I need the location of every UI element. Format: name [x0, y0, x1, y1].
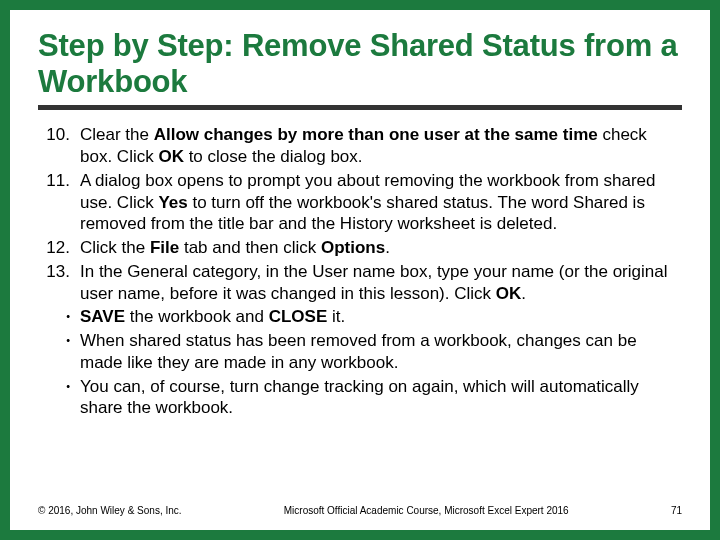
item-number: 12. [38, 237, 80, 259]
slide-inner: Step by Step: Remove Shared Status from … [10, 10, 710, 530]
item-number: 13. [38, 261, 80, 305]
item-number: 10. [38, 124, 80, 168]
list-item: •When shared status has been removed fro… [38, 330, 682, 374]
item-number: 11. [38, 170, 80, 235]
list-item: 12.Click the File tab and then click Opt… [38, 237, 682, 259]
footer-page-number: 71 [671, 505, 682, 516]
list-item: 13.In the General category, in the User … [38, 261, 682, 305]
item-text: Clear the Allow changes by more than one… [80, 124, 682, 168]
list-item: 11.A dialog box opens to prompt you abou… [38, 170, 682, 235]
bullet-icon: • [38, 330, 80, 374]
footer-copyright: © 2016, John Wiley & Sons, Inc. [38, 505, 182, 516]
item-text: Click the File tab and then click Option… [80, 237, 682, 259]
page-title: Step by Step: Remove Shared Status from … [38, 28, 682, 110]
footer-course: Microsoft Official Academic Course, Micr… [182, 505, 671, 516]
bullet-icon: • [38, 306, 80, 328]
item-text: SAVE the workbook and CLOSE it. [80, 306, 682, 328]
footer: © 2016, John Wiley & Sons, Inc. Microsof… [38, 505, 682, 516]
item-text: In the General category, in the User nam… [80, 261, 682, 305]
slide-frame: Step by Step: Remove Shared Status from … [0, 0, 720, 540]
item-text: A dialog box opens to prompt you about r… [80, 170, 682, 235]
list-item: •SAVE the workbook and CLOSE it. [38, 306, 682, 328]
item-text: When shared status has been removed from… [80, 330, 682, 374]
list-item: •You can, of course, turn change trackin… [38, 376, 682, 420]
item-text: You can, of course, turn change tracking… [80, 376, 682, 420]
content-list: 10.Clear the Allow changes by more than … [38, 124, 682, 419]
bullet-icon: • [38, 376, 80, 420]
list-item: 10.Clear the Allow changes by more than … [38, 124, 682, 168]
